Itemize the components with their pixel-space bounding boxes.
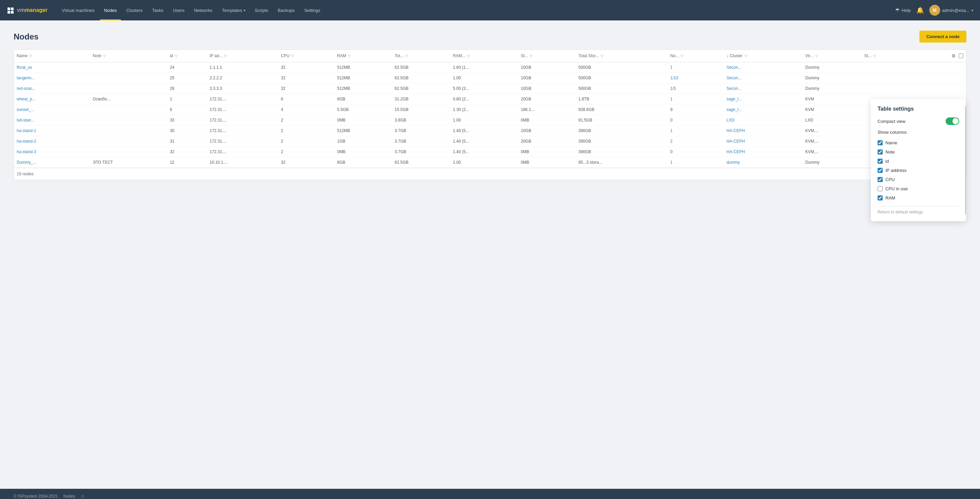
cell-cluster: Secon...: [724, 62, 803, 73]
cell-st: 0MB: [518, 115, 576, 126]
link-no[interactable]: 1: [670, 97, 673, 101]
col-cpu[interactable]: CPU ▽: [278, 50, 334, 62]
link-name[interactable]: ha-stand-1: [17, 128, 36, 133]
link-no[interactable]: 1/10: [670, 76, 678, 80]
link-no[interactable]: 1: [670, 128, 673, 133]
link-cluster[interactable]: sage_l...: [727, 107, 742, 112]
nav-templates[interactable]: Templates▾: [218, 0, 249, 21]
cell-cluster: HA-CEPH: [724, 147, 803, 157]
column-checkbox-cpu[interactable]: [878, 177, 883, 182]
col-tot[interactable]: Tot... ▽: [392, 50, 450, 62]
help-button[interactable]: ☂ Help: [895, 7, 911, 14]
cell-cluster: HA-CEPH: [724, 136, 803, 147]
cell-ip: 3.3.3.3: [207, 83, 278, 94]
column-checkbox-id[interactable]: [878, 159, 883, 164]
table-settings-gear-icon[interactable]: ⚙: [951, 53, 956, 59]
link-no[interactable]: 1: [670, 65, 673, 70]
cell-note: Освобо...: [90, 94, 167, 105]
cell-st: 10GB: [518, 126, 576, 136]
column-checkbox-name[interactable]: [878, 140, 883, 145]
cell-no: 1: [668, 157, 724, 168]
link-cluster[interactable]: Secon...: [727, 76, 741, 80]
column-checkbox-note[interactable]: [878, 150, 883, 155]
link-name[interactable]: tangerin...: [17, 76, 35, 80]
link-name[interactable]: sunset_...: [17, 107, 34, 112]
link-name[interactable]: ha-stand-2: [17, 139, 36, 143]
table-body: floral_ux241.1.1.132512MB62.5GB1.60 (1..…: [14, 62, 966, 168]
compact-view-toggle[interactable]: [946, 118, 959, 125]
col-st2[interactable]: St... ▽: [862, 50, 914, 62]
sort-icon: ▽: [175, 54, 178, 58]
notifications-bell-icon[interactable]: 🔔: [916, 6, 924, 14]
col-vir[interactable]: Vir... ▽: [803, 50, 862, 62]
link-no[interactable]: 1/5: [670, 86, 676, 91]
link-name[interactable]: wheat_p...: [17, 97, 35, 101]
compact-view-label: Compact view: [878, 119, 905, 124]
link-cluster[interactable]: Secon...: [727, 65, 741, 70]
cell-cluster: sage_l...: [724, 105, 803, 115]
column-checkbox-ip-address[interactable]: [878, 168, 883, 173]
return-default-button[interactable]: Return to default settings: [878, 210, 959, 214]
user-menu[interactable]: M admin@exa... ▾: [929, 5, 973, 16]
cell-vir: Dummy: [803, 62, 862, 73]
col-ip[interactable]: IP ad... ▽: [207, 50, 278, 62]
col-st[interactable]: St... ▽: [518, 50, 576, 62]
svg-rect-0: [8, 8, 10, 10]
column-checkbox-ram[interactable]: [878, 195, 883, 201]
nav-scripts[interactable]: Scripts: [251, 0, 272, 21]
link-name[interactable]: floral_ux: [17, 65, 32, 70]
column-checkbox-cpu-in-use[interactable]: [878, 186, 883, 191]
column-label: RAM: [885, 195, 895, 201]
nav-networks[interactable]: Networks: [190, 0, 216, 21]
sort-icon: ▽: [745, 54, 747, 58]
nav-clusters[interactable]: Clusters: [122, 0, 147, 21]
link-name[interactable]: Dummy_...: [17, 160, 37, 165]
col-note[interactable]: Note ▽: [90, 50, 167, 62]
cell-note: ЭТО ТЕСТ: [90, 157, 167, 168]
col-ram[interactable]: RAM ▽: [334, 50, 392, 62]
sort-icon: ▽: [29, 54, 32, 58]
col-ram2[interactable]: RAM... ▽: [450, 50, 518, 62]
nav-tasks[interactable]: Tasks: [148, 0, 167, 21]
nav-users[interactable]: Users: [169, 0, 189, 21]
col-total-stor[interactable]: Total Stor... ▽: [576, 50, 668, 62]
table-row: tangerin...252.2.2.232512MB62.5GB1.0010G…: [14, 73, 966, 83]
col-no[interactable]: No... ▽: [668, 50, 724, 62]
cell-tot: 3.7GB: [392, 147, 450, 157]
cell-id: 32: [167, 147, 207, 157]
link-cluster[interactable]: Secon...: [727, 86, 741, 91]
connect-node-button[interactable]: Connect a node: [920, 30, 966, 43]
cell-st: 20GB: [518, 94, 576, 105]
column-label: CPU in use: [885, 186, 908, 191]
cell-no: 0: [668, 115, 724, 126]
link-cluster[interactable]: HA-CEPH: [727, 139, 745, 143]
cell-ip: 172.31....: [207, 136, 278, 147]
favorite-star-icon[interactable]: ☆: [81, 494, 85, 499]
cell-name: ha-stand-3: [14, 147, 90, 157]
sort-icon: ▽: [467, 54, 470, 58]
select-all-checkbox[interactable]: [959, 53, 963, 58]
link-cluster[interactable]: LXD: [727, 118, 734, 123]
link-name[interactable]: ha-stand-3: [17, 150, 36, 154]
nav-virtual-machines[interactable]: Virtual machines: [58, 0, 99, 21]
cell-vir: KVM,...: [803, 126, 862, 136]
link-name[interactable]: lxd-stan...: [17, 118, 34, 123]
col-id[interactable]: id ▽: [167, 50, 207, 62]
col-cluster[interactable]: ↓ Cluster ▽: [724, 50, 803, 62]
page-title: Nodes: [14, 32, 38, 41]
link-no[interactable]: 2: [670, 139, 673, 143]
nav-nodes[interactable]: Nodes: [100, 0, 121, 21]
table-row: ha-stand-231172.31....21GB3.7GB1.40 (5..…: [14, 136, 966, 147]
link-name[interactable]: red-oran...: [17, 86, 35, 91]
link-cluster[interactable]: dummy: [727, 160, 740, 165]
nav-settings[interactable]: Settings: [300, 0, 324, 21]
link-cluster[interactable]: sage_l...: [727, 97, 742, 101]
link-cluster[interactable]: HA-CEPH: [727, 128, 745, 133]
cell-vir: LXD: [803, 115, 862, 126]
link-no[interactable]: 1: [670, 160, 673, 165]
link-cluster[interactable]: HA-CEPH: [727, 150, 745, 154]
nav-backups[interactable]: Backups: [274, 0, 299, 21]
col-name[interactable]: Name ▽: [14, 50, 90, 62]
app-logo[interactable]: vmmanager: [7, 7, 48, 14]
column-label: Note: [885, 150, 894, 155]
